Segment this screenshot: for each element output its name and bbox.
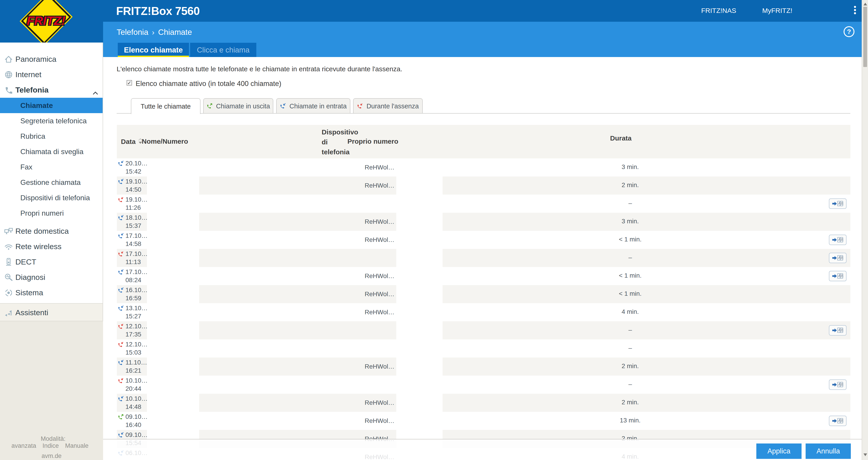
cell-date: 17.10…14:58 [117, 231, 147, 249]
call-date: 10.10… [125, 377, 148, 384]
fritznas-link[interactable]: FRITZ!NAS [701, 7, 736, 15]
sidebar-item-assistenti[interactable]: Assistenti [0, 303, 103, 321]
device-name: ReHWol… [365, 236, 395, 243]
call-time: 16:59 [125, 295, 141, 302]
sidebar-item-internet[interactable]: Internet [0, 67, 103, 82]
incoming-call-icon [118, 396, 124, 402]
call-date: 16.10… [125, 286, 148, 294]
sidebar-footer: Modalità: avanzataIndiceManuale avm.de [0, 435, 103, 460]
add-to-phonebook-button[interactable] [829, 235, 846, 245]
call-row: 09.10…16:40 ReHWol… 13 min. [117, 412, 850, 430]
tab-elenco-chiamate[interactable]: Elenco chiamate [118, 43, 189, 57]
cell-duration: 4 min. [442, 303, 850, 321]
sidebar-item-label: Diagnosi [16, 273, 45, 282]
call-row: 20.10…15:42 ReHWol… 3 min. [117, 159, 850, 176]
missed-call-icon [118, 378, 124, 384]
sidebar-item-rubrica[interactable]: Rubrica [0, 128, 103, 144]
sidebar-item-dispositivi[interactable]: Dispositivi di telefonia [0, 190, 103, 205]
sidebar-item-panoramica[interactable]: Panoramica [0, 52, 103, 67]
incoming-call-icon [118, 215, 124, 221]
call-row: 17.10…08:24 ReHWol… < 1 min. [117, 267, 850, 285]
call-duration: – [612, 326, 648, 334]
device-name: ReHWol… [365, 399, 395, 406]
manual-link[interactable]: Manuale [65, 442, 89, 449]
sidebar-item-telefonia[interactable]: Telefonia [0, 82, 103, 98]
device-name: ReHWol… [365, 272, 395, 280]
scrollbar-thumb[interactable] [863, 7, 867, 67]
sidebar-item-propri-numeri[interactable]: Propri numeri [0, 205, 103, 221]
breadcrumb-section[interactable]: Telefonia [117, 28, 148, 36]
page-title: FRITZ!Box 7560 [116, 4, 199, 18]
sidebar-item-sistema[interactable]: Sistema [0, 285, 103, 300]
call-row: 19.10…14:50 ReHWol… 2 min. [117, 176, 850, 195]
add-to-phonebook-button[interactable] [829, 325, 846, 336]
sidebar-item-diagnosi[interactable]: Diagnosi [0, 270, 103, 285]
call-date: 17.10… [125, 268, 148, 276]
cell-date: 10.10…14:48 [117, 394, 147, 412]
cell-device: ReHWol… [199, 176, 396, 195]
scroll-down-arrow-icon[interactable] [864, 454, 867, 456]
call-date: 11.10… [125, 359, 147, 366]
sidebar-item-rete-wireless[interactable]: Rete wireless [0, 239, 103, 254]
sidebar-item-chiamate[interactable]: Chiamate [0, 98, 103, 113]
column-header-data[interactable]: Data [121, 138, 141, 145]
sidebar-item-fax[interactable]: Fax [0, 159, 103, 175]
filter-tab-assenza[interactable]: Durante l'assenza [353, 98, 423, 114]
filter-tab-uscita[interactable]: Chiamate in uscita [203, 98, 273, 114]
sidebar-item-label: Assistenti [16, 308, 49, 317]
add-to-phonebook-button[interactable] [829, 415, 846, 426]
myfritz-link[interactable]: MyFRITZ! [762, 7, 792, 15]
cell-duration: 3 min. [442, 159, 850, 176]
cell-device: ReHWol… [199, 267, 396, 285]
incoming-call-icon [280, 103, 286, 109]
cell-duration: 3 min. [442, 213, 850, 231]
help-icon[interactable]: ? [844, 26, 855, 37]
call-time: 14:50 [125, 186, 141, 193]
incoming-call-icon [118, 179, 124, 184]
fritz-logo[interactable]: FRITZ! [0, 0, 103, 42]
sidebar-item-rete-domestica[interactable]: Rete domestica [0, 224, 103, 239]
incoming-call-icon [118, 287, 124, 293]
page-scrollbar[interactable] [862, 0, 868, 460]
call-duration: 2 min. [612, 363, 648, 370]
add-to-phonebook-button[interactable] [829, 253, 846, 263]
chevron-up-icon[interactable] [93, 88, 98, 96]
tab-clicca-e-chiama[interactable]: Clicca e chiama [190, 43, 256, 57]
apply-button[interactable]: Applica [756, 443, 802, 459]
cell-duration: – [442, 195, 850, 213]
kebab-menu-icon[interactable] [852, 6, 857, 17]
index-link[interactable]: Indice [42, 442, 59, 449]
sidebar-item-sveglia[interactable]: Chiamata di sveglia [0, 144, 103, 159]
call-list-active-checkbox[interactable]: ✓ [127, 80, 132, 86]
sidebar-item-segreteria[interactable]: Segreteria telefonica [0, 113, 103, 128]
call-duration: – [612, 254, 648, 261]
sidebar-item-dect[interactable]: DECT [0, 254, 103, 270]
filter-tab-entrata[interactable]: Chiamate in entrata [276, 98, 350, 114]
call-row: 17.10…14:58 ReHWol… < 1 min. [117, 231, 850, 249]
add-to-phonebook-button[interactable] [829, 271, 846, 281]
cell-date: 20.10…15:42 [117, 159, 147, 176]
missed-call-icon [118, 197, 124, 203]
missed-call-icon [118, 251, 124, 257]
breadcrumb-separator: › [152, 28, 154, 36]
outgoing-call-icon [207, 103, 213, 109]
call-row: 10.10…20:44 – [117, 376, 850, 394]
fritzbox-admin-page: FRITZ!Box 7560 FRITZ!NAS MyFRITZ! FRITZ!… [0, 0, 868, 460]
call-row: 11.10…16:21 ReHWol… 2 min. [117, 357, 850, 376]
cancel-button[interactable]: Annulla [806, 443, 851, 459]
diagnosis-icon [4, 273, 13, 282]
add-to-phonebook-button[interactable] [829, 379, 846, 390]
cell-duration: 2 min. [442, 176, 850, 195]
avm-link[interactable]: avm.de [41, 453, 62, 459]
cell-duration: < 1 min. [442, 285, 850, 303]
cell-device: ReHWol… [199, 412, 396, 430]
call-duration: – [612, 200, 648, 207]
add-to-phonebook-button[interactable] [829, 198, 846, 209]
filter-tab-tutte[interactable]: Tutte le chiamate [131, 98, 200, 114]
form-footer: Applica Annulla [103, 439, 862, 460]
scroll-up-arrow-icon[interactable] [864, 3, 867, 5]
call-row: 10.10…14:48 ReHWol… 2 min. [117, 394, 850, 412]
sidebar-item-gestione[interactable]: Gestione chiamata [0, 175, 103, 190]
cell-date: 17.10…08:24 [117, 267, 147, 285]
cell-device [199, 339, 396, 357]
